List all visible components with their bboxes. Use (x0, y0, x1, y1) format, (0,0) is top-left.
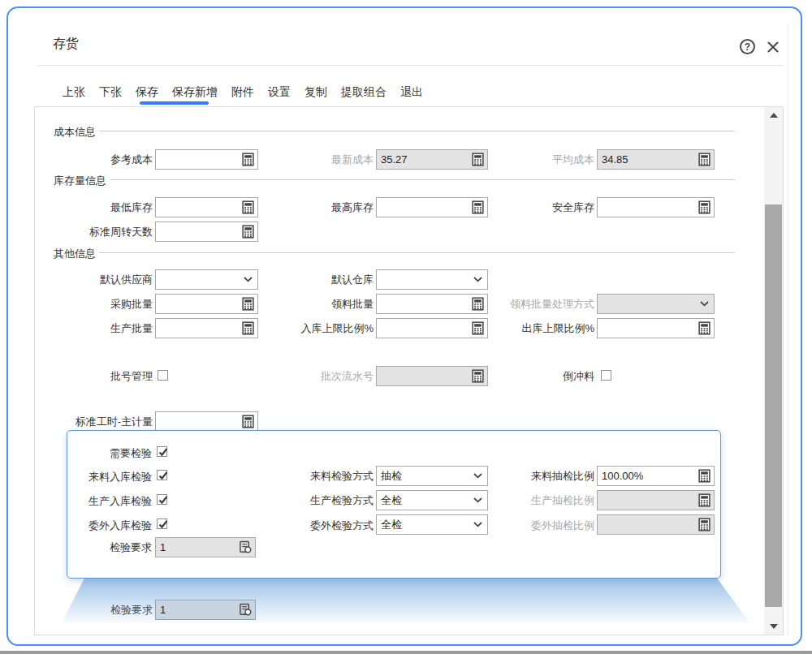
production-batch-input[interactable] (155, 318, 258, 338)
ref-cost-label: 参考成本 (41, 153, 153, 166)
purchase-batch-label: 采购批量 (41, 298, 153, 311)
calculator-icon[interactable] (240, 296, 256, 312)
calculator-icon[interactable] (240, 224, 256, 240)
chevron-down-icon (696, 296, 712, 312)
chevron-down-icon[interactable] (240, 272, 256, 288)
picking-mode-label: 领料批量处理方式 (471, 298, 594, 311)
incoming-ratio-label: 来料抽检比例 (471, 470, 594, 483)
section-rule (110, 179, 735, 180)
check-icon (158, 470, 169, 481)
production-inspect-checkbox[interactable] (157, 494, 167, 505)
incoming-ratio-input[interactable]: 100.00% (597, 466, 715, 486)
production-method-label: 生产检验方式 (268, 494, 374, 507)
toolbar-item-attachment[interactable]: 附件 (231, 85, 254, 100)
help-icon: ? (745, 41, 750, 53)
min-stock-label: 最低库存 (41, 201, 153, 214)
toolbar-item-save-new[interactable]: 保存新增 (172, 85, 218, 100)
calculator-icon[interactable] (240, 321, 256, 337)
toolbar-item-save[interactable]: 保存 (136, 85, 158, 100)
close-icon (766, 40, 780, 54)
inspect-req-input[interactable]: 1 (155, 537, 256, 557)
inventory-dialog: 存货 ? 上张 下张 保存 保存新增 附件 设置 复制 提取组合 退出 成本信息… (6, 6, 802, 646)
toolbar-item-exit[interactable]: 退出 (400, 85, 423, 100)
toolbar: 上张 下张 保存 保存新增 附件 设置 复制 提取组合 退出 (63, 85, 423, 100)
outsource-ratio-input (597, 514, 715, 535)
outbound-limit-input[interactable] (597, 318, 715, 338)
toolbar-item-prev[interactable]: 上张 (63, 85, 85, 100)
calculator-icon[interactable] (696, 200, 712, 216)
toolbar-item-next[interactable]: 下张 (99, 85, 122, 100)
shadow-req-input: 1 (155, 600, 256, 620)
inspect-req-label: 检验要求 (41, 541, 152, 554)
toolbar-item-settings[interactable]: 设置 (268, 85, 291, 100)
ref-cost-input[interactable] (155, 149, 258, 170)
avg-cost-label: 平均成本 (471, 153, 594, 166)
default-supplier-select[interactable] (155, 269, 258, 290)
calculator-icon[interactable] (696, 321, 712, 337)
need-inspect-checkbox[interactable] (157, 446, 167, 457)
arrow-down-icon (770, 624, 778, 629)
calculator-icon[interactable] (240, 414, 256, 430)
arrow-up-icon (770, 113, 778, 118)
min-stock-input[interactable] (155, 197, 258, 217)
browse-icon (237, 602, 253, 618)
turnover-days-label: 标准周转天数 (41, 226, 153, 239)
production-inspect-label: 生产入库检验 (41, 495, 152, 508)
scroll-up-button[interactable] (764, 107, 783, 123)
production-ratio-input (597, 490, 715, 510)
safe-stock-input[interactable] (597, 197, 715, 217)
backflush-checkbox[interactable] (601, 370, 611, 381)
picking-mode-select (597, 294, 715, 314)
active-tab-indicator (140, 101, 209, 105)
batch-serial-label: 批次流水号 (268, 370, 374, 383)
batch-mgmt-checkbox[interactable] (158, 370, 168, 381)
safe-stock-label: 安全库存 (471, 201, 594, 214)
default-warehouse-select[interactable] (376, 269, 488, 290)
max-stock-label: 最高库存 (268, 201, 374, 214)
shadow-req-label: 检验要求 (41, 604, 153, 617)
outsource-method-label: 委外检验方式 (268, 519, 374, 532)
check-icon (158, 494, 169, 506)
incoming-method-label: 来料检验方式 (268, 470, 374, 483)
section-rule (99, 252, 735, 253)
titlebar-divider (38, 65, 784, 66)
section-title-stock: 库存量信息 (54, 174, 106, 188)
outsource-ratio-label: 委外抽检比例 (471, 519, 594, 532)
close-button[interactable] (766, 40, 780, 54)
bottom-edge (0, 651, 812, 654)
section-rule (99, 131, 735, 131)
purchase-batch-input[interactable] (155, 294, 258, 314)
calculator-icon[interactable] (696, 468, 712, 484)
incoming-inspect-checkbox[interactable] (157, 470, 167, 480)
inbound-limit-label: 入库上限比例% (268, 322, 374, 335)
scroll-down-button[interactable] (764, 618, 783, 635)
chevron-down-icon[interactable] (469, 272, 486, 288)
turnover-days-input[interactable] (155, 222, 258, 242)
std-hours-label: 标准工时-主计量 (41, 415, 153, 428)
outbound-limit-label: 出库上限比例% (471, 322, 594, 335)
default-supplier-label: 默认供应商 (41, 273, 153, 286)
calculator-icon (696, 152, 712, 168)
calculator-icon[interactable] (240, 152, 256, 168)
help-button[interactable]: ? (740, 39, 755, 54)
incoming-inspect-label: 来料入库检验 (41, 471, 152, 484)
page-title: 存货 (53, 36, 79, 53)
section-title-other: 其他信息 (54, 247, 96, 261)
toolbar-item-copy[interactable]: 复制 (304, 85, 327, 100)
outsource-inspect-checkbox[interactable] (157, 518, 167, 529)
check-icon (158, 446, 169, 458)
std-hours-input[interactable] (155, 411, 258, 432)
calculator-icon[interactable] (240, 200, 256, 216)
picking-batch-label: 领料批量 (268, 298, 374, 311)
backflush-label: 倒冲料 (471, 370, 594, 383)
latest-cost-label: 最新成本 (268, 153, 374, 166)
avg-cost-input: 34.85 (597, 149, 715, 170)
outsource-inspect-label: 委外入库检验 (41, 519, 152, 532)
production-batch-label: 生产批量 (41, 322, 153, 335)
vertical-scrollbar[interactable] (764, 107, 783, 635)
scroll-thumb[interactable] (765, 204, 782, 607)
section-title-cost: 成本信息 (54, 125, 96, 140)
production-ratio-label: 生产抽检比例 (471, 494, 594, 507)
browse-icon[interactable] (237, 540, 253, 556)
toolbar-item-extract[interactable]: 提取组合 (341, 85, 387, 100)
